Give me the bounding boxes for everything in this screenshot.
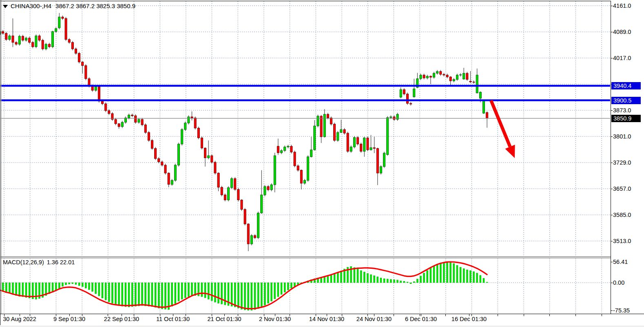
chart-title: CHINA300-,H43867.2 3867.2 3825.3 3850.9 — [3, 2, 135, 9]
candlesticks — [0, 13, 488, 251]
price-axis-label: 3657.0 — [613, 185, 631, 192]
bid-price-badge: 3850.9 — [611, 115, 641, 122]
ohlc-values: 3867.2 3867.2 3825.3 3850.9 — [55, 2, 135, 9]
macd-values: 1.36 22.01 — [47, 259, 75, 266]
level-price-badge: 3900.5 — [611, 97, 641, 104]
symbol-dropdown-icon[interactable] — [3, 5, 8, 8]
chart-window: CHINA300-,H43867.2 3867.2 3825.3 3850.9 … — [0, 0, 644, 328]
price-axis-label: 3801.0 — [613, 133, 631, 140]
symbol-label: CHINA300-,H4 — [11, 2, 51, 9]
price-axis-label: 4161.0 — [613, 2, 631, 9]
time-axis-label: 9 Sep 01:30 — [53, 316, 85, 322]
level-price-badge: 3940.4 — [611, 82, 641, 89]
macd-indicator-label: MACD(12,26,9)1.36 22.01 — [3, 259, 75, 266]
macd-axis-label: 56.41 — [613, 259, 628, 265]
price-chart-canvas[interactable] — [0, 0, 644, 328]
time-axis-label: 22 Sep 01:30 — [104, 316, 139, 322]
macd-axis-label: -75.35 — [613, 307, 630, 314]
time-axis-label: 21 Oct 01:30 — [207, 316, 241, 322]
price-axis-label: 3585.0 — [613, 212, 631, 218]
time-axis-label: 6 Dec 01:30 — [405, 316, 437, 322]
grid-lines — [1, 1, 610, 313]
price-axis-label: 4089.0 — [613, 29, 631, 35]
time-axis-label: 2 Nov 01:30 — [259, 316, 291, 322]
time-axis-label: 14 Nov 01:30 — [309, 316, 344, 322]
macd-label: MACD(12,26,9) — [3, 259, 44, 266]
macd-axis-label: 0.00 — [613, 279, 624, 286]
price-axis-label: 4017.0 — [613, 55, 631, 61]
time-axis-label: 30 Aug 2022 — [3, 316, 36, 322]
macd-histogram — [0, 262, 488, 310]
time-axis-label: 24 Nov 01:30 — [356, 316, 392, 322]
price-axis-label: 3513.0 — [613, 238, 631, 244]
trend-arrow[interactable] — [491, 100, 515, 158]
price-axis-label: 3873.0 — [613, 107, 631, 114]
time-axis-label: 11 Oct 01:30 — [156, 316, 190, 322]
macd-signal-line — [0, 262, 487, 309]
price-axis-label: 3729.0 — [613, 159, 631, 166]
time-axis-label: 16 Dec 01:30 — [451, 316, 487, 322]
